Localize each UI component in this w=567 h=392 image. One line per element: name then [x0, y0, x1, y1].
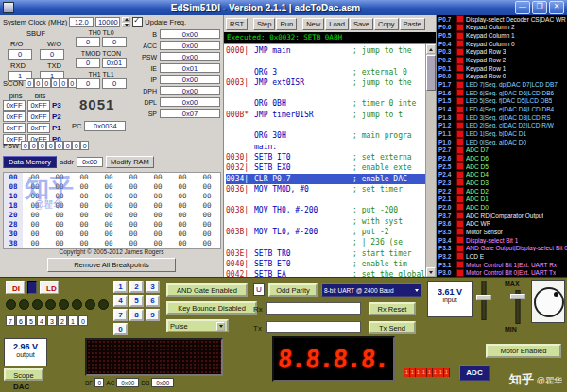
psw-bit[interactable]: 0	[38, 141, 46, 150]
keypad-key-9[interactable]: 9	[146, 309, 160, 321]
code-line[interactable]: 003E|SETB TR0; start timer	[226, 248, 425, 259]
port-pin-indicator[interactable]	[456, 40, 464, 47]
port-pin-indicator[interactable]	[456, 220, 464, 228]
code-line[interactable]: ; | 236 (se	[226, 237, 425, 247]
code-line[interactable]: 0034|CLR P0.7; enable DAC	[226, 174, 425, 184]
memory-cell[interactable]: 00	[146, 192, 170, 201]
memory-cell[interactable]: 00	[170, 211, 195, 220]
port-pin-indicator[interactable]	[456, 113, 464, 121]
keypad-key-6[interactable]: 6	[146, 295, 160, 307]
sfr-value[interactable]: 0x00	[160, 52, 220, 61]
memory-cell[interactable]: 00	[47, 211, 72, 220]
code-line[interactable]	[226, 56, 425, 66]
code-line[interactable]: ORG 0BH; timer 0 inte	[226, 98, 425, 109]
keypad-key-7[interactable]: 7	[113, 309, 128, 321]
psw-bit[interactable]: 0	[46, 141, 55, 150]
code-scrollbar[interactable]	[425, 44, 436, 277]
port-pin-indicator[interactable]	[456, 146, 464, 154]
sfr-value[interactable]: 0x00	[160, 29, 220, 39]
update-freq-value[interactable]: 10000	[95, 17, 120, 27]
memory-cell[interactable]: 00	[146, 211, 170, 220]
editor-button-run[interactable]: Run	[276, 18, 297, 30]
dip-switch[interactable]: 3	[47, 315, 57, 326]
dip-switch[interactable]: 0	[78, 315, 88, 326]
code-line[interactable]: 0003|JMP ext0ISR; jump to the	[226, 77, 425, 88]
memory-cell[interactable]: 00	[146, 230, 170, 239]
memory-cell[interactable]: 00	[23, 192, 47, 201]
port-pin-indicator[interactable]	[456, 24, 464, 31]
keypad-key-5[interactable]: 5	[129, 295, 144, 307]
code-line[interactable]	[226, 88, 425, 98]
keypad-key-8[interactable]: 8	[129, 309, 144, 321]
code-line[interactable]: 0042|SETB EA; set the global	[226, 269, 425, 277]
memory-cell[interactable]: 00	[146, 239, 170, 248]
adc-button[interactable]: ADC	[459, 365, 490, 381]
memory-cell[interactable]: 00	[96, 173, 121, 182]
port-pin-indicator[interactable]	[456, 138, 464, 145]
maximize-button[interactable]: ❐	[532, 1, 547, 14]
port-pin-indicator[interactable]	[456, 106, 464, 113]
pulse-dropdown[interactable]: Pulse	[166, 319, 229, 332]
port-pin-indicator[interactable]	[456, 73, 464, 80]
memory-cell[interactable]: 00	[47, 220, 72, 230]
code-line[interactable]: 0030|SETB IT0; set externa	[226, 152, 425, 162]
psw-bit[interactable]: 0	[29, 141, 38, 150]
editor-button-load[interactable]: Load	[325, 18, 349, 30]
scon-bit[interactable]: 0	[60, 78, 68, 88]
code-line[interactable]: main:	[226, 142, 425, 152]
psw-bit[interactable]: 0	[80, 141, 89, 150]
timer-register-value[interactable]: 0	[102, 78, 127, 89]
rx-reset-button[interactable]: Rx Reset	[369, 302, 416, 315]
memory-cell[interactable]: 00	[195, 182, 219, 192]
timer-register-value[interactable]: 0	[102, 37, 127, 47]
keypad-key-2[interactable]: 2	[129, 281, 144, 293]
memory-cell[interactable]: 00	[23, 211, 47, 220]
memory-cell[interactable]: 00	[23, 173, 47, 182]
port-pin-indicator[interactable]	[456, 130, 464, 138]
memory-cell[interactable]: 00	[195, 239, 219, 248]
editor-button-step[interactable]: Step	[253, 18, 275, 30]
editor-button-rst[interactable]: RST	[226, 18, 248, 30]
memory-cell[interactable]: 00	[146, 182, 170, 192]
uart-mode-dropdown[interactable]: 8-bit UART @ 2400 Baud	[321, 283, 421, 297]
memory-cell[interactable]: 00	[72, 201, 96, 211]
code-line[interactable]: ORG 30H; main progra	[226, 130, 425, 141]
memory-cell[interactable]: 00	[72, 182, 96, 192]
scon-bit[interactable]: 0	[43, 78, 51, 88]
di-ld-toggle[interactable]	[27, 281, 37, 294]
port-pin-indicator[interactable]	[456, 162, 464, 170]
keypad-key-0[interactable]: 0	[113, 323, 128, 335]
dip-switch[interactable]: 1	[68, 315, 77, 326]
memory-cell[interactable]: 00	[170, 201, 195, 211]
port-bits-value[interactable]: 0xFF	[27, 100, 50, 111]
memory-addr-field[interactable]: 0x00	[77, 157, 103, 167]
port-pin-indicator[interactable]	[456, 236, 464, 244]
memory-cell[interactable]: 00	[170, 239, 195, 248]
tx-field[interactable]	[266, 321, 361, 333]
memory-cell[interactable]: 00	[195, 230, 219, 239]
memory-cell[interactable]: 00	[96, 201, 121, 211]
memory-cell[interactable]: 00	[121, 220, 146, 230]
memory-cell[interactable]: 00	[72, 239, 96, 248]
code-line[interactable]: 003B|MOV TL0, #-200; put -2	[226, 227, 425, 237]
scope-button[interactable]: Scope	[4, 368, 43, 381]
scon-bit[interactable]: 0	[51, 78, 60, 88]
scon-bit[interactable]: 0	[34, 78, 43, 88]
memory-cell[interactable]: 00	[72, 220, 96, 230]
timer-register-value[interactable]: 0	[76, 78, 100, 89]
memory-cell[interactable]: 00	[72, 192, 96, 201]
editor-button-new[interactable]: New	[302, 18, 324, 30]
scon-bit[interactable]: 0	[26, 78, 34, 88]
motor-enabled-button[interactable]: Motor Enabled	[486, 344, 561, 358]
memory-cell[interactable]: 00	[146, 220, 170, 230]
key-bounce-button[interactable]: Key Bounce Disabled	[166, 301, 257, 315]
timer-register-value[interactable]: 0	[76, 37, 100, 47]
memory-cell[interactable]: 00	[23, 239, 47, 248]
code-line[interactable]	[226, 120, 425, 130]
adc-input-slider[interactable]	[476, 281, 491, 320]
port-pin-indicator[interactable]	[456, 32, 464, 40]
parity-button[interactable]: Odd Parity	[268, 283, 318, 297]
memory-cell[interactable]: 00	[170, 182, 195, 192]
psw-bit[interactable]: 0	[63, 141, 72, 150]
memory-cell[interactable]: 00	[23, 220, 47, 230]
